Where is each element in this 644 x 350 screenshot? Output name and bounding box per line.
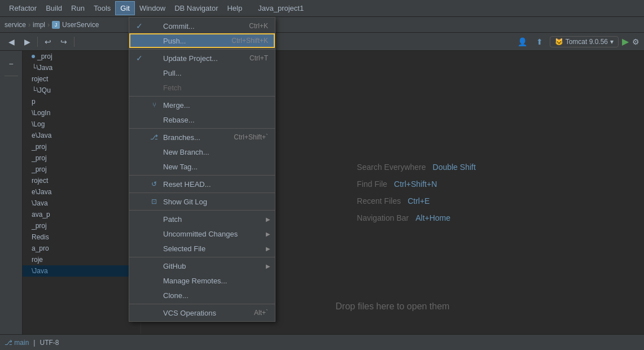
git-menu-branches[interactable]: ⎇ Branches... Ctrl+Shift+` bbox=[129, 130, 275, 145]
show-log-icon: ⊡ bbox=[150, 198, 159, 205]
redo-button[interactable]: ↪ bbox=[57, 35, 71, 49]
status-git: ⎇ main bbox=[5, 339, 29, 347]
sidebar-minus[interactable]: − bbox=[3, 55, 20, 72]
patch-label: Patch bbox=[163, 215, 268, 224]
tree-dot bbox=[32, 55, 35, 58]
menu-bar: Refactor Build Run Tools Git Window DB N… bbox=[0, 0, 644, 17]
git-menu[interactable]: ✓ Commit... Ctrl+K Push... Ctrl+Shift+K … bbox=[129, 17, 275, 322]
run-config-selector[interactable]: 🐱 Tomcat 9.0.56 ▾ bbox=[550, 36, 619, 47]
update-check: ✓ bbox=[136, 54, 145, 63]
clone-label: Clone... bbox=[163, 291, 268, 300]
merge-icon: ⑂ bbox=[150, 101, 159, 109]
hint-shortcut-findfile: Ctrl+Shift+N bbox=[394, 180, 437, 189]
gear-button[interactable]: ⚙ bbox=[632, 37, 639, 46]
status-encoding: UTF-8 bbox=[40, 339, 59, 347]
git-menu-patch[interactable]: Patch bbox=[129, 212, 275, 226]
git-menu-new-tag[interactable]: New Tag... bbox=[129, 159, 275, 174]
branches-label: Branches... bbox=[163, 133, 218, 142]
new-tag-label: New Tag... bbox=[163, 163, 268, 171]
breadcrumb: service › impl › J UserService bbox=[0, 17, 644, 33]
tree-item[interactable]: e\Java bbox=[23, 186, 141, 198]
git-menu-uncommitted[interactable]: Uncommitted Changes bbox=[129, 226, 275, 241]
sidebar-divider bbox=[5, 76, 18, 76]
tree-item[interactable]: Redis bbox=[23, 231, 141, 243]
status-sep: | bbox=[33, 339, 35, 347]
tree-item[interactable]: roje bbox=[23, 254, 141, 265]
breadcrumb-impl[interactable]: impl bbox=[33, 21, 45, 29]
menu-build[interactable]: Build bbox=[41, 2, 67, 15]
run-config-icon: 🐱 bbox=[555, 38, 563, 46]
tree-item[interactable]: \Log bbox=[23, 119, 141, 130]
forward-button[interactable]: ▶ bbox=[20, 35, 34, 49]
run-config-label: Tomcat 9.0.56 bbox=[566, 38, 608, 46]
git-menu-github[interactable]: GitHub bbox=[129, 259, 275, 273]
hint-row-search: Search Everywhere Double Shift bbox=[357, 163, 475, 172]
git-menu-section-3: ⑂ Merge... Rebase... bbox=[129, 97, 275, 129]
git-menu-section-4: ⎇ Branches... Ctrl+Shift+` New Branch...… bbox=[129, 129, 275, 176]
git-menu-push[interactable]: Push... Ctrl+Shift+K bbox=[129, 33, 275, 48]
tree-item[interactable]: _proj bbox=[23, 164, 141, 175]
commit-check: ✓ bbox=[136, 21, 145, 30]
hint-label-findfile: Find File bbox=[357, 180, 387, 189]
back-button[interactable]: ◀ bbox=[5, 35, 18, 49]
menu-refactor[interactable]: Refactor bbox=[5, 2, 41, 15]
git-menu-section-2: ✓ Update Project... Ctrl+T Pull... Fetch bbox=[129, 50, 275, 97]
tree-item[interactable]: _proj bbox=[23, 141, 141, 152]
drop-hint: Drop files here to open them bbox=[336, 301, 450, 312]
branches-icon: ⎇ bbox=[150, 133, 159, 141]
tree-item[interactable]: \LogIn bbox=[23, 107, 141, 119]
profile-button[interactable]: 👤 bbox=[516, 35, 529, 49]
menu-help[interactable]: Help bbox=[222, 2, 247, 15]
git-menu-new-branch[interactable]: New Branch... bbox=[129, 145, 275, 159]
tree-item[interactable]: \Java bbox=[23, 198, 141, 209]
tree-item[interactable]: a_pro bbox=[23, 243, 141, 254]
tree-item[interactable]: _proj bbox=[23, 220, 141, 231]
hint-label-search: Search Everywhere bbox=[357, 163, 426, 172]
git-menu-clone[interactable]: Clone... bbox=[129, 288, 275, 303]
git-menu-section-6: ⊡ Show Git Log bbox=[129, 193, 275, 211]
menu-git[interactable]: Git bbox=[115, 1, 135, 15]
run-button[interactable]: ▶ bbox=[622, 36, 629, 47]
push-shortcut: Ctrl+Shift+K bbox=[220, 37, 268, 45]
git-menu-vcs-ops[interactable]: VCS Operations Alt+` bbox=[129, 305, 275, 320]
search-hints: Search Everywhere Double Shift Find File… bbox=[357, 163, 475, 222]
git-menu-show-log[interactable]: ⊡ Show Git Log bbox=[129, 194, 275, 209]
tree-item[interactable]: └\JQu bbox=[23, 85, 141, 96]
tree-item[interactable]: _proj bbox=[23, 152, 141, 164]
toolbar-sep-1 bbox=[37, 37, 38, 47]
git-menu-reset[interactable]: ↺ Reset HEAD... bbox=[129, 177, 275, 191]
git-menu-commit[interactable]: ✓ Commit... Ctrl+K bbox=[129, 19, 275, 33]
hint-shortcut-recent: Ctrl+E bbox=[408, 196, 430, 205]
hint-label-nav: Navigation Bar bbox=[357, 213, 409, 222]
branches-shortcut: Ctrl+Shift+` bbox=[222, 133, 268, 141]
tree-item[interactable]: roject bbox=[23, 175, 141, 186]
tree-item[interactable]: └\Java bbox=[23, 62, 141, 73]
menu-window[interactable]: Window bbox=[135, 2, 170, 15]
git-menu-selected-file[interactable]: Selected File bbox=[129, 241, 275, 256]
update-shortcut: Ctrl+T bbox=[238, 54, 268, 62]
show-log-label: Show Git Log bbox=[163, 198, 268, 206]
menu-run[interactable]: Run bbox=[67, 2, 89, 15]
menu-tools[interactable]: Tools bbox=[89, 2, 115, 15]
breadcrumb-sep-1: › bbox=[28, 21, 30, 29]
undo-button[interactable]: ↩ bbox=[41, 35, 55, 49]
commit-shortcut: Ctrl+K bbox=[238, 22, 268, 30]
menu-dbnavigator[interactable]: DB Navigator bbox=[170, 2, 222, 15]
breadcrumb-service[interactable]: service bbox=[5, 21, 26, 29]
tree-item[interactable]: roject bbox=[23, 73, 141, 85]
tree-item[interactable]: _proj bbox=[23, 51, 141, 62]
tree-item-active[interactable]: \Java bbox=[23, 265, 141, 277]
vcs-button[interactable]: ⬆ bbox=[533, 35, 546, 49]
git-menu-manage-remotes[interactable]: Manage Remotes... bbox=[129, 273, 275, 288]
status-bar: ⎇ main | UTF-8 bbox=[0, 334, 644, 350]
tree-item[interactable]: e\Java bbox=[23, 130, 141, 141]
git-menu-merge[interactable]: ⑂ Merge... bbox=[129, 98, 275, 112]
git-menu-section-9: VCS Operations Alt+` bbox=[129, 304, 275, 321]
tree-item[interactable]: p bbox=[23, 96, 141, 107]
new-branch-label: New Branch... bbox=[163, 148, 268, 156]
git-menu-update[interactable]: ✓ Update Project... Ctrl+T bbox=[129, 51, 275, 65]
git-menu-rebase[interactable]: Rebase... bbox=[129, 112, 275, 127]
breadcrumb-filename: UserService bbox=[62, 21, 99, 29]
git-menu-pull[interactable]: Pull... bbox=[129, 65, 275, 80]
tree-item[interactable]: ava_p bbox=[23, 209, 141, 220]
